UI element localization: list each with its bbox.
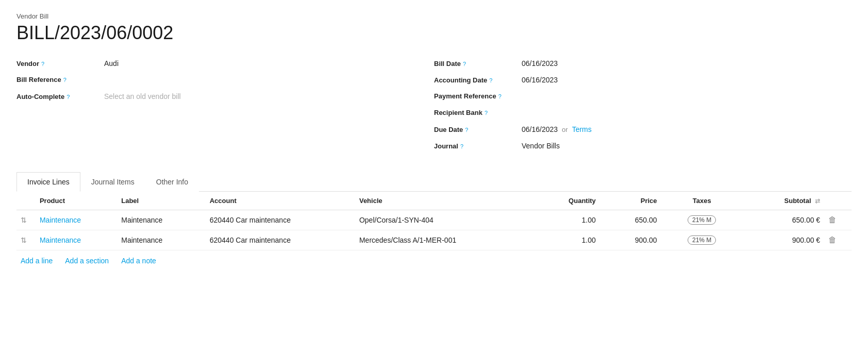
tax-badge-0: 21% M — [688, 215, 716, 225]
add-note-link[interactable]: Add a note — [121, 257, 156, 265]
due-date-label: Due Date ? — [434, 126, 522, 133]
invoice-table: Product Label Account Vehicle Quantity P… — [16, 192, 852, 250]
row-delete-0[interactable]: 🗑 — [824, 210, 852, 230]
vendor-row: Vendor ? Audi — [16, 56, 434, 73]
auto-complete-input[interactable]: Select an old vendor bill — [104, 92, 434, 100]
row-arrows-1[interactable]: ⇅ — [16, 230, 36, 250]
row-subtotal-1: 900.00 € — [743, 230, 824, 250]
col-header-label: Label — [117, 192, 205, 210]
row-product-1[interactable]: Maintenance — [36, 230, 117, 250]
journal-row: Journal ? Vendor Bills — [434, 139, 852, 155]
recipient-bank-label: Recipient Bank ? — [434, 109, 522, 116]
add-links-row: Add a line Add a section Add a note — [16, 250, 852, 271]
journal-value[interactable]: Vendor Bills — [522, 142, 852, 150]
recipient-bank-row: Recipient Bank ? — [434, 106, 852, 122]
payment-reference-help-icon[interactable]: ? — [498, 93, 502, 99]
delete-icon-1[interactable]: 🗑 — [828, 235, 837, 244]
row-taxes-0[interactable]: 21% M — [661, 210, 743, 230]
col-header-account: Account — [206, 192, 355, 210]
add-line-link[interactable]: Add a line — [21, 257, 53, 265]
row-arrows-0[interactable]: ⇅ — [16, 210, 36, 230]
due-date-or: or — [562, 126, 568, 133]
accounting-date-value[interactable]: 06/16/2023 — [522, 76, 852, 84]
row-label-1[interactable]: Maintenance — [117, 230, 205, 250]
col-header-actions — [824, 192, 852, 210]
payment-reference-label: Payment Reference ? — [434, 92, 522, 100]
col-header-price: Price — [600, 192, 661, 210]
tab-invoice-lines[interactable]: Invoice Lines — [16, 172, 80, 192]
bill-title: BILL/2023/06/0002 — [16, 22, 852, 44]
table-header-row: Product Label Account Vehicle Quantity P… — [16, 192, 852, 210]
row-quantity-1[interactable]: 1.00 — [532, 230, 600, 250]
vendor-value[interactable]: Audi — [104, 59, 434, 68]
row-delete-1[interactable]: 🗑 — [824, 230, 852, 250]
accounting-date-label: Accounting Date ? — [434, 76, 522, 84]
row-price-1[interactable]: 900.00 — [600, 230, 661, 250]
vendor-label: Vendor ? — [16, 60, 104, 68]
col-header-subtotal: Subtotal ⇄ — [743, 192, 824, 210]
row-taxes-1[interactable]: 21% M — [661, 230, 743, 250]
product-link-0[interactable]: Maintenance — [40, 216, 81, 224]
auto-complete-label: Auto-Complete ? — [16, 93, 104, 100]
row-subtotal-0: 650.00 € — [743, 210, 824, 230]
due-date-terms[interactable]: Terms — [572, 125, 592, 133]
due-date-value-group: 06/16/2023 or Terms — [522, 125, 592, 133]
bill-date-row: Bill Date ? 06/16/2023 — [434, 56, 852, 73]
bill-reference-help-icon[interactable]: ? — [63, 77, 66, 83]
accounting-date-row: Accounting Date ? 06/16/2023 — [434, 73, 852, 89]
row-account-1[interactable]: 620440 Car maintenance — [206, 230, 355, 250]
form-right: Bill Date ? 06/16/2023 Accounting Date ?… — [434, 56, 852, 155]
bill-reference-row: Bill Reference ? — [16, 73, 434, 89]
journal-help-icon[interactable]: ? — [460, 143, 463, 149]
page-label: Vendor Bill — [16, 12, 852, 20]
accounting-date-help-icon[interactable]: ? — [489, 77, 492, 83]
row-quantity-0[interactable]: 1.00 — [532, 210, 600, 230]
bill-date-value[interactable]: 06/16/2023 — [522, 59, 852, 68]
recipient-bank-help-icon[interactable]: ? — [485, 110, 488, 116]
table-row: ⇅ Maintenance Maintenance 620440 Car mai… — [16, 230, 852, 250]
auto-complete-row: Auto-Complete ? Select an old vendor bil… — [16, 89, 434, 106]
row-account-0[interactable]: 620440 Car maintenance — [206, 210, 355, 230]
table-row: ⇅ Maintenance Maintenance 620440 Car mai… — [16, 210, 852, 230]
journal-label: Journal ? — [434, 142, 522, 150]
bill-date-help-icon[interactable]: ? — [463, 61, 466, 67]
payment-reference-row: Payment Reference ? — [434, 89, 852, 106]
tax-badge-1: 21% M — [688, 235, 716, 245]
tab-journal-items[interactable]: Journal Items — [80, 172, 145, 192]
tabs: Invoice Lines Journal Items Other Info — [16, 172, 852, 191]
col-header-taxes: Taxes — [661, 192, 743, 210]
auto-complete-help-icon[interactable]: ? — [66, 94, 70, 100]
due-date-row: Due Date ? 06/16/2023 or Terms — [434, 122, 852, 139]
product-link-1[interactable]: Maintenance — [40, 236, 81, 244]
row-product-0[interactable]: Maintenance — [36, 210, 117, 230]
col-header-quantity: Quantity — [532, 192, 600, 210]
due-date-help-icon[interactable]: ? — [465, 127, 468, 133]
col-header-vehicle: Vehicle — [355, 192, 532, 210]
row-label-0[interactable]: Maintenance — [117, 210, 205, 230]
vendor-help-icon[interactable]: ? — [41, 61, 44, 67]
col-header-product: Product — [36, 192, 117, 210]
due-date-value[interactable]: 06/16/2023 — [522, 125, 558, 133]
subtotal-sort-icon[interactable]: ⇄ — [815, 197, 820, 205]
add-section-link[interactable]: Add a section — [65, 257, 109, 265]
delete-icon-0[interactable]: 🗑 — [828, 215, 837, 224]
row-vehicle-1[interactable]: Mercedes/Class A/1-MER-001 — [355, 230, 532, 250]
row-vehicle-0[interactable]: Opel/Corsa/1-SYN-404 — [355, 210, 532, 230]
row-price-0[interactable]: 650.00 — [600, 210, 661, 230]
tab-other-info[interactable]: Other Info — [145, 172, 199, 192]
tabs-container: Invoice Lines Journal Items Other Info — [16, 172, 852, 192]
bill-date-label: Bill Date ? — [434, 60, 522, 68]
col-header-arrows — [16, 192, 36, 210]
bill-reference-label: Bill Reference ? — [16, 76, 104, 83]
form-left: Vendor ? Audi Bill Reference ? Auto-Comp… — [16, 56, 434, 155]
form-section: Vendor ? Audi Bill Reference ? Auto-Comp… — [16, 56, 852, 155]
